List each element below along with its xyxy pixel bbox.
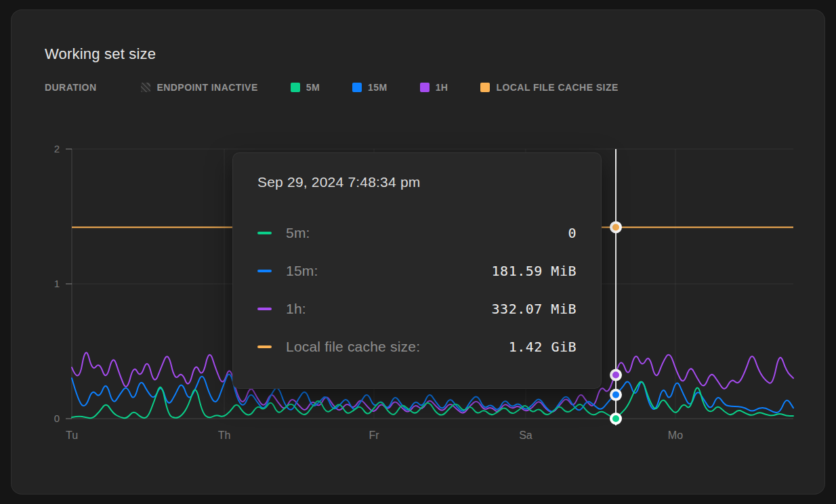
x-tick-label: Mo <box>668 429 683 442</box>
tooltip-series-label: 5m: <box>286 225 310 241</box>
tooltip-series-label: 1h: <box>286 301 306 317</box>
legend-item-label: 1H <box>436 82 448 93</box>
x-tick-label: Th <box>218 429 231 442</box>
tooltip-series-label: 15m: <box>286 263 318 279</box>
y-tick-label: 0 <box>37 413 60 425</box>
crosshair-dot <box>612 392 619 398</box>
legend-item-15m[interactable]: 15M <box>352 82 388 93</box>
page-title: Working set size <box>45 45 156 63</box>
color-swatch-icon <box>420 83 430 92</box>
chart-legend: DURATION ENDPOINT INACTIVE5M15M1HLOCAL F… <box>45 81 651 94</box>
tooltip-series-value: 1.42 GiB <box>509 339 577 355</box>
tooltip-series-value: 181.59 MiB <box>492 263 577 279</box>
color-swatch-icon <box>352 83 362 92</box>
legend-items: ENDPOINT INACTIVE5M15M1HLOCAL FILE CACHE… <box>141 82 650 93</box>
tooltip-rows: 5m:015m:181.59 MiB1h:332.07 MiBLocal fil… <box>257 214 577 366</box>
crosshair-dot <box>612 372 619 379</box>
tooltip-row: 1h:332.07 MiB <box>257 290 577 328</box>
y-tick-label: 1 <box>37 278 60 290</box>
color-swatch-icon <box>291 83 300 92</box>
legend-item-label: 5M <box>306 82 320 93</box>
legend-item-1h[interactable]: 1H <box>420 82 448 93</box>
tooltip-row: Local file cache size:1.42 GiB <box>257 328 577 366</box>
tooltip-series-value: 332.07 MiB <box>492 301 577 317</box>
legend-item-label: 15M <box>368 82 388 93</box>
chart-tooltip: Sep 29, 2024 7:48:34 pm 5m:015m:181.59 M… <box>232 152 602 389</box>
tooltip-series-dash-icon <box>257 308 272 310</box>
tooltip-series-dash-icon <box>257 345 272 348</box>
x-tick-label: Tu <box>66 429 78 442</box>
hatch-swatch-icon <box>141 83 150 92</box>
tooltip-series-value: 0 <box>568 225 577 241</box>
legend-item-endpoint-inactive[interactable]: ENDPOINT INACTIVE <box>141 82 257 93</box>
tooltip-series-dash-icon <box>257 270 272 272</box>
tooltip-timestamp: Sep 29, 2024 7:48:34 pm <box>257 173 577 191</box>
legend-duration-label: DURATION <box>45 82 96 93</box>
x-tick-label: Sa <box>519 429 532 442</box>
legend-item-label: ENDPOINT INACTIVE <box>156 82 257 93</box>
y-tick-label: 2 <box>37 143 60 155</box>
legend-item-5m[interactable]: 5M <box>291 82 320 93</box>
crosshair-dot <box>612 224 619 230</box>
tooltip-row: 5m:0 <box>257 214 577 252</box>
crosshair-dot <box>612 415 619 422</box>
tooltip-series-dash-icon <box>257 232 272 234</box>
working-set-size-card: Working set size DURATION ENDPOINT INACT… <box>11 9 825 495</box>
tooltip-series-label: Local file cache size: <box>286 339 420 355</box>
color-swatch-icon <box>480 83 490 92</box>
x-tick-label: Fr <box>369 429 379 442</box>
tooltip-row: 15m:181.59 MiB <box>257 252 577 290</box>
legend-item-local-file-cache-size[interactable]: LOCAL FILE CACHE SIZE <box>480 82 618 93</box>
legend-item-label: LOCAL FILE CACHE SIZE <box>496 82 618 93</box>
